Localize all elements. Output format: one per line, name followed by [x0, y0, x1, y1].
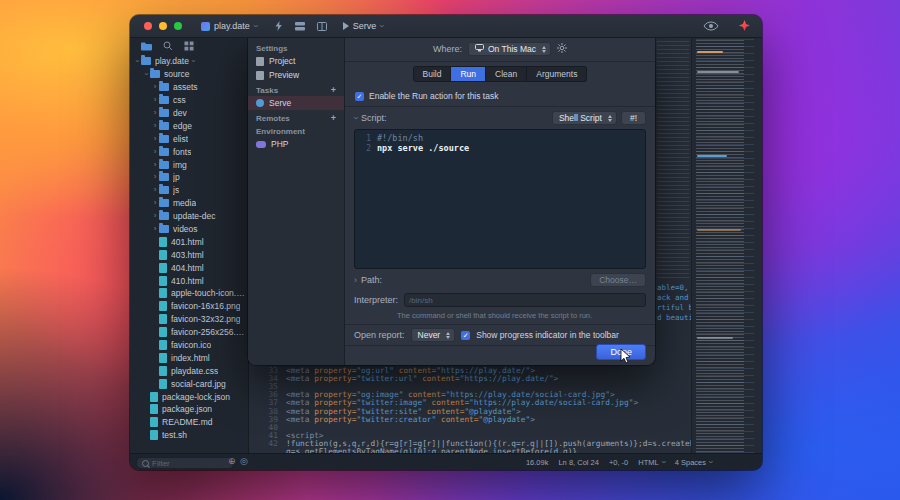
tree-item-package-lock.json[interactable]: package-lock.json — [130, 390, 248, 403]
tree-item-dev[interactable]: ›dev — [130, 107, 248, 120]
enable-run-label: Enable the Run action for this task — [369, 91, 498, 101]
add-filter-icon[interactable]: ⊕ — [228, 456, 236, 466]
chevron-right-icon[interactable]: › — [151, 187, 159, 193]
tab-clean[interactable]: Clean — [486, 66, 527, 82]
tree-item-label: 404.html — [171, 263, 204, 273]
indent-selector[interactable]: 4 Spaces› — [675, 458, 712, 467]
tree-item-favicon-16x16.png[interactable]: favicon-16x16.png — [130, 300, 248, 313]
chevron-right-icon[interactable]: › — [151, 123, 159, 129]
run-task-button[interactable]: Serve › — [343, 21, 384, 31]
tree-item-js[interactable]: ›js — [130, 184, 248, 197]
shebang-button[interactable]: #! — [621, 111, 646, 125]
chevron-right-icon[interactable]: › — [151, 136, 159, 142]
tree-item-playdate.css[interactable]: playdate.css — [130, 364, 248, 377]
language-selector[interactable]: HTML› — [638, 458, 664, 467]
script-type-dropdown[interactable]: Shell Script — [552, 111, 617, 125]
enable-run-checkbox[interactable]: ✓ — [355, 92, 364, 101]
chevron-right-icon[interactable]: › — [151, 174, 159, 180]
tree-item-play.date[interactable]: ›play.date› — [130, 55, 248, 68]
token: property= — [314, 374, 356, 383]
add-icon[interactable]: + — [331, 85, 336, 95]
zoom-button[interactable] — [174, 22, 182, 30]
tree-item-favicon-256x256.p…[interactable]: favicon-256x256.p… — [130, 326, 248, 339]
tree-item-social-card.jpg[interactable]: social-card.jpg — [130, 377, 248, 390]
tree-item-403.html[interactable]: 403.html — [130, 248, 248, 261]
files-icon[interactable] — [141, 37, 152, 55]
filter-input[interactable]: Filter — [136, 457, 234, 469]
tree-item-README.md[interactable]: README.md — [130, 416, 248, 429]
tree-item-fonts[interactable]: ›fonts — [130, 145, 248, 158]
tree-item-edge[interactable]: ›edge — [130, 119, 248, 132]
token: > — [633, 398, 638, 407]
tree-item-elist[interactable]: ›elist — [130, 132, 248, 145]
tree-item-label: package-lock.json — [162, 392, 230, 402]
gear-icon[interactable] — [557, 43, 567, 55]
file-icon — [159, 237, 167, 247]
minimap[interactable] — [691, 37, 762, 454]
progress-checkbox[interactable]: ✓ — [461, 331, 470, 340]
chevron-right-icon[interactable]: › — [151, 200, 159, 206]
play-icon — [343, 22, 349, 30]
tree-item-410.html[interactable]: 410.html — [130, 274, 248, 287]
project-tab[interactable]: play.date › — [201, 21, 257, 31]
folder-icon — [159, 173, 169, 181]
chevron-right-icon[interactable]: › — [151, 84, 159, 90]
toolbar-split-icon[interactable] — [317, 17, 327, 35]
chevron-right-icon[interactable]: › — [151, 226, 159, 232]
interpreter-input[interactable]: /bin/sh — [404, 293, 646, 307]
chevron-down-icon[interactable]: › — [143, 70, 149, 78]
chevron-right-icon[interactable]: › — [151, 162, 159, 168]
tab-run[interactable]: Run — [451, 66, 486, 82]
settings-item-project[interactable]: Project — [248, 54, 344, 68]
settings-item-preview[interactable]: Preview — [248, 68, 344, 82]
tab-arguments[interactable]: Arguments — [527, 66, 587, 82]
tree-item-index.html[interactable]: index.html — [130, 351, 248, 364]
tree-item-jp[interactable]: ›jp — [130, 171, 248, 184]
code-text: <meta property="twitter:url" content="ht… — [286, 374, 558, 383]
tree-item-source[interactable]: ›source — [130, 68, 248, 81]
tree-item-401.html[interactable]: 401.html — [130, 235, 248, 248]
tab-build[interactable]: Build — [413, 66, 452, 82]
script-editor[interactable]: 1#!/bin/sh2npx serve ./source — [354, 129, 646, 269]
where-dropdown[interactable]: On This Mac — [468, 42, 551, 56]
folder-icon — [159, 199, 169, 207]
chevron-right-icon[interactable]: › — [151, 213, 159, 219]
tree-item-videos[interactable]: ›videos — [130, 223, 248, 236]
minimize-button[interactable] — [159, 22, 167, 30]
disclosure-closed-icon[interactable]: › — [354, 277, 357, 283]
open-report-dropdown[interactable]: Never — [411, 328, 456, 342]
toolbar-build-icon[interactable] — [295, 17, 305, 35]
tree-item-favicon-32x32.png[interactable]: favicon-32x32.png — [130, 313, 248, 326]
tree-item-favicon.ico[interactable]: favicon.ico — [130, 339, 248, 352]
extensions-icon[interactable] — [184, 37, 194, 55]
tree-item-test.sh[interactable]: test.sh — [130, 429, 248, 442]
filter-options-icon[interactable]: ◎ — [240, 456, 248, 466]
tree-item-label: playdate.css — [171, 366, 218, 376]
tree-item-404.html[interactable]: 404.html — [130, 261, 248, 274]
toolbar-git-icon[interactable] — [275, 17, 283, 35]
settings-item-label: Serve — [269, 98, 291, 108]
chevron-right-icon[interactable]: › — [151, 110, 159, 116]
settings-item-php[interactable]: PHP — [248, 137, 344, 151]
search-sidebar-icon[interactable] — [163, 37, 173, 55]
settings-item-serve[interactable]: Serve — [248, 96, 344, 110]
chevron-down-icon[interactable]: › — [134, 57, 140, 65]
editor-code[interactable]: 33<meta property="og:url" content="https… — [248, 366, 692, 456]
chevron-right-icon[interactable]: › — [151, 97, 159, 103]
chevron-right-icon[interactable]: › — [151, 149, 159, 155]
publish-icon[interactable] — [739, 17, 750, 35]
tree-item-img[interactable]: ›img — [130, 158, 248, 171]
sidebar-header — [130, 37, 248, 54]
tree-item-package.json[interactable]: package.json — [130, 403, 248, 416]
tree-item-update-dec[interactable]: ›update-dec — [130, 210, 248, 223]
choose-button[interactable]: Choose… — [590, 273, 646, 287]
tree-item-media[interactable]: ›media — [130, 197, 248, 210]
close-button[interactable] — [144, 22, 152, 30]
tree-item-css[interactable]: ›css — [130, 94, 248, 107]
add-icon[interactable]: + — [331, 113, 336, 123]
tree-item-apple-touch-icon.p…[interactable]: apple-touch-icon.p… — [130, 287, 248, 300]
tree-item-label: test.sh — [162, 430, 187, 440]
preview-eye-icon[interactable] — [703, 17, 719, 35]
disclosure-open-icon[interactable]: › — [353, 117, 359, 120]
tree-item-assets[interactable]: ›assets — [130, 81, 248, 94]
